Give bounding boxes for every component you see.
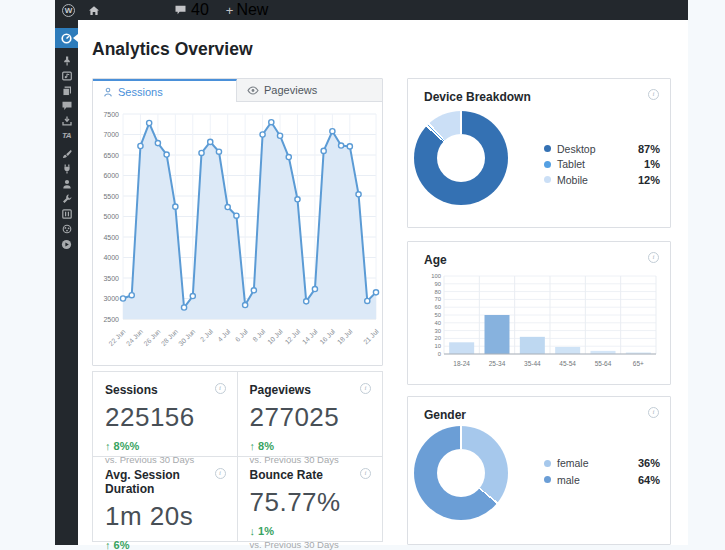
sidebar-item-appearance[interactable] xyxy=(55,146,78,161)
svg-text:100: 100 xyxy=(431,273,441,279)
sidebar-item-tools[interactable] xyxy=(55,191,78,206)
arrow-down-icon: ↓ xyxy=(250,525,256,537)
sidebar-item-dashboard[interactable] xyxy=(55,28,78,48)
legend-label: Desktop xyxy=(557,143,638,155)
svg-text:4500: 4500 xyxy=(103,234,119,241)
admin-sidebar: TA xyxy=(55,20,78,545)
admin-content: Analytics Overview Sessions Pageviews 25… xyxy=(78,20,688,545)
sidebar-item-posts[interactable] xyxy=(55,53,78,68)
sidebar-item-downloads[interactable] xyxy=(55,113,78,128)
svg-text:30 Jun: 30 Jun xyxy=(177,328,197,348)
panel-title: Age xyxy=(424,253,447,267)
gender-donut-chart xyxy=(414,426,508,520)
legend-value: 36% xyxy=(638,457,660,469)
stat-change-value: 6% xyxy=(114,539,130,550)
svg-text:6000: 6000 xyxy=(103,172,119,179)
legend-dot-icon xyxy=(544,176,551,183)
stat-value: 75.77% xyxy=(250,487,371,518)
wrench-icon xyxy=(62,194,72,204)
plus-icon: + xyxy=(226,4,234,17)
legend-item: female36% xyxy=(544,455,660,472)
tab-sessions[interactable]: Sessions xyxy=(93,79,237,102)
chart-tabbar: Sessions Pageviews xyxy=(93,79,382,102)
wordpress-logo-icon[interactable]: W xyxy=(62,4,75,17)
svg-text:7500: 7500 xyxy=(103,111,119,118)
svg-text:4000: 4000 xyxy=(103,254,119,261)
stat-title: Pageviews xyxy=(250,383,371,397)
stat-title: Avg. Session Duration xyxy=(105,468,225,496)
stat-avg-session-duration: Avg. Session Duration i 1m 20s ↑ 6% vs. … xyxy=(93,457,238,542)
admin-bar-middle: 40 + New xyxy=(175,0,268,20)
sidebar-item-settings[interactable] xyxy=(55,206,78,221)
stat-change-value: 8% xyxy=(258,440,274,452)
info-icon[interactable]: i xyxy=(648,89,659,100)
comment-icon xyxy=(62,101,72,111)
legend-dot-icon xyxy=(544,460,551,467)
stat-change: ↑ 8% xyxy=(250,440,371,452)
new-button[interactable]: + New xyxy=(226,1,269,19)
info-icon[interactable]: i xyxy=(360,383,371,394)
info-icon[interactable]: i xyxy=(215,468,226,479)
admin-bar: W 40 + New xyxy=(55,0,688,20)
svg-text:3000: 3000 xyxy=(103,295,119,302)
legend-label: Tablet xyxy=(557,158,644,170)
legend-item: male64% xyxy=(544,472,660,489)
person-icon xyxy=(103,87,113,97)
legend-dot-icon xyxy=(544,161,551,168)
sessions-chart-panel: Sessions Pageviews 250030003500400045005… xyxy=(92,78,383,366)
stat-change: ↑ 6% xyxy=(105,539,225,550)
info-icon[interactable]: i xyxy=(360,468,371,479)
legend-value: 12% xyxy=(638,174,660,186)
stat-sessions: Sessions i 225156 ↑ 8%% vs. Previous 30 … xyxy=(93,372,238,457)
eye-icon xyxy=(247,86,259,95)
site-home-button[interactable] xyxy=(88,0,100,20)
svg-text:2500: 2500 xyxy=(103,316,119,323)
svg-text:55-64: 55-64 xyxy=(595,360,612,367)
tab-pageviews[interactable]: Pageviews xyxy=(237,79,382,102)
svg-text:45-54: 45-54 xyxy=(559,360,576,367)
info-icon[interactable]: i xyxy=(215,383,226,394)
info-icon[interactable]: i xyxy=(648,407,659,418)
pages-icon xyxy=(62,86,72,96)
stat-value: 225156 xyxy=(105,402,225,433)
svg-text:14 Jul: 14 Jul xyxy=(301,327,319,345)
svg-text:60: 60 xyxy=(435,304,441,310)
globe-network-icon xyxy=(62,224,72,234)
svg-text:6 Jul: 6 Jul xyxy=(234,327,249,342)
play-circle-icon xyxy=(61,239,72,250)
stat-change-value: 8%% xyxy=(114,440,140,452)
svg-text:40: 40 xyxy=(435,320,441,326)
sidebar-item-comments[interactable] xyxy=(55,98,78,113)
legend-label: female xyxy=(557,457,638,469)
user-icon xyxy=(62,179,72,189)
comments-count[interactable]: 40 xyxy=(191,1,209,19)
svg-text:28 Jun: 28 Jun xyxy=(160,328,180,348)
stat-value: 277025 xyxy=(250,402,371,433)
svg-text:10 Jul: 10 Jul xyxy=(266,327,284,345)
sidebar-item-ta-plugin[interactable]: TA xyxy=(55,128,78,143)
svg-text:26 Jun: 26 Jun xyxy=(142,328,162,348)
comments-bubble-icon[interactable] xyxy=(175,5,186,15)
stat-change: ↓ 1% xyxy=(250,525,371,537)
svg-text:35-44: 35-44 xyxy=(524,360,541,367)
sidebar-item-video[interactable] xyxy=(55,237,78,252)
svg-text:65+: 65+ xyxy=(633,360,644,367)
panel-title: Device Breakdown xyxy=(424,90,531,104)
legend-dot-icon xyxy=(544,476,551,483)
stat-title: Bounce Rate xyxy=(250,468,371,482)
legend-value: 1% xyxy=(644,158,660,170)
settings-box-icon xyxy=(62,209,72,219)
sidebar-item-users[interactable] xyxy=(55,176,78,191)
legend-value: 64% xyxy=(638,474,660,486)
svg-text:22 Jun: 22 Jun xyxy=(107,328,127,348)
svg-text:18-24: 18-24 xyxy=(453,360,470,367)
gender-panel: Gender i female36%male64% xyxy=(407,396,671,545)
arrow-up-icon: ↑ xyxy=(105,539,111,550)
sidebar-item-network[interactable] xyxy=(55,221,78,236)
arrow-up-icon: ↑ xyxy=(105,440,111,452)
sidebar-item-pages[interactable] xyxy=(55,83,78,98)
svg-text:10: 10 xyxy=(435,343,441,349)
sidebar-item-media[interactable] xyxy=(55,68,78,83)
sidebar-item-plugins[interactable] xyxy=(55,161,78,176)
info-icon[interactable]: i xyxy=(648,252,659,263)
